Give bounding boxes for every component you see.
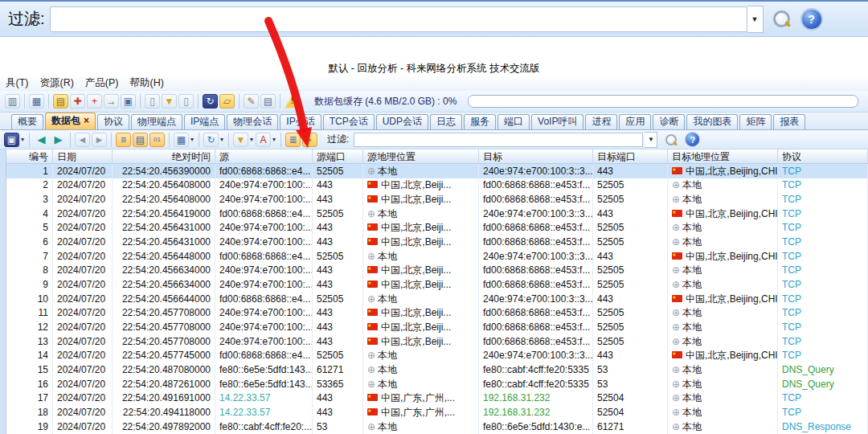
view-hex-icon[interactable]: 01 bbox=[149, 133, 165, 147]
tab-item[interactable]: 报表 bbox=[773, 114, 805, 129]
tab-item[interactable]: 端口 bbox=[497, 114, 530, 129]
new-page-icon[interactable]: ▯ bbox=[145, 94, 160, 108]
table-row[interactable]: 52024/07/2022:54:20.456431000240e:974:e7… bbox=[6, 221, 868, 235]
tree-view-icon[interactable]: ≣ bbox=[285, 133, 301, 147]
cell-abs-time: 22:54:20.456419000 bbox=[113, 207, 215, 221]
column-header[interactable]: 源端口 bbox=[313, 149, 363, 163]
tab-item[interactable]: 应用 bbox=[619, 114, 651, 129]
tab-item[interactable]: 进程 bbox=[585, 114, 617, 129]
monitor-icon[interactable]: ▥ bbox=[5, 94, 20, 108]
table-row[interactable]: 122024/07/2022:54:20.457708000240e:974:e… bbox=[6, 320, 868, 334]
add-file-icon[interactable]: + bbox=[87, 94, 102, 108]
table-row[interactable]: 32024/07/2022:54:20.456408000240e:974:e7… bbox=[6, 192, 868, 207]
tab-item[interactable]: TCP会话 bbox=[323, 114, 375, 129]
top-filter-dropdown-button[interactable]: ▼ bbox=[747, 6, 764, 33]
table-row[interactable]: 102024/07/2022:54:20.456644000fd00:6868:… bbox=[6, 292, 868, 306]
column-header[interactable]: 编号 bbox=[6, 149, 53, 163]
export-icon[interactable]: → bbox=[104, 94, 119, 108]
dual-window-icon[interactable]: ▣ bbox=[121, 94, 136, 108]
open-folder-icon[interactable]: ▱ bbox=[219, 94, 235, 108]
tab-item[interactable]: 物理端点 bbox=[131, 114, 182, 129]
table-row[interactable]: 182024/07/2022:54:20.49411800014.22.33.5… bbox=[6, 405, 868, 420]
tab-item[interactable]: 我的图表 bbox=[686, 114, 738, 129]
funnel-icon[interactable]: ▼ bbox=[162, 94, 177, 108]
packet-help-icon[interactable]: ? bbox=[685, 132, 700, 147]
table-row[interactable]: 112024/07/2022:54:20.457708000240e:974:e… bbox=[6, 306, 868, 321]
refresh-icon[interactable]: ↻ bbox=[203, 94, 218, 108]
globe-icon: ⊕ bbox=[672, 222, 680, 233]
sort-az-icon[interactable]: A bbox=[256, 133, 271, 147]
table-row[interactable]: 42024/07/2022:54:20.456419000fd00:6868:6… bbox=[6, 207, 868, 221]
tab-item[interactable]: UDP会话 bbox=[376, 114, 428, 129]
auto-refresh-icon[interactable]: ↻ bbox=[203, 133, 219, 147]
table-row[interactable]: 92024/07/2022:54:20.456634000240e:974:e7… bbox=[6, 277, 868, 292]
menu-item[interactable]: 产品(P) bbox=[80, 76, 125, 90]
table-row[interactable]: 132024/07/2022:54:20.457708000240e:974:e… bbox=[6, 334, 868, 349]
menu-item[interactable]: 资源(R) bbox=[34, 76, 79, 90]
packet-search-icon[interactable] bbox=[664, 133, 678, 147]
column-header[interactable]: 日期 bbox=[53, 149, 113, 163]
tab-item[interactable]: 诊断 bbox=[653, 114, 685, 129]
table-row[interactable]: 72024/07/2022:54:20.456448000fd00:6868:6… bbox=[6, 249, 868, 264]
table-row[interactable]: 22024/07/2022:54:20.456408000240e:974:e7… bbox=[6, 178, 868, 193]
tab-item[interactable]: 物理会话 bbox=[227, 114, 278, 129]
top-search-icon[interactable] bbox=[772, 9, 792, 30]
auto-refresh-dropdown-caret[interactable]: ▾ bbox=[220, 136, 223, 143]
tab-item[interactable]: 矩阵 bbox=[739, 114, 772, 129]
adapter-icon[interactable]: ▦ bbox=[29, 94, 44, 108]
bookmark-prev-icon[interactable]: ◄ bbox=[75, 133, 90, 147]
sort-az-dropdown-caret[interactable]: ▾ bbox=[272, 136, 276, 143]
lock-icon[interactable]: ▪ bbox=[302, 133, 317, 147]
tools-icon[interactable]: ✚ bbox=[70, 94, 85, 108]
tab-item[interactable]: 服务 bbox=[464, 114, 496, 129]
columns-icon[interactable]: ▦ bbox=[174, 133, 189, 147]
tab-item[interactable]: IP会话 bbox=[280, 114, 321, 129]
nav-back-icon[interactable]: ◀ bbox=[34, 133, 49, 147]
packet-filter-input[interactable] bbox=[354, 133, 643, 147]
column-header[interactable]: 目标 bbox=[479, 149, 593, 163]
tab-close-icon[interactable]: × bbox=[84, 115, 89, 126]
tab-item[interactable]: 日志 bbox=[430, 114, 462, 129]
menu-item[interactable]: 帮助(H) bbox=[125, 76, 170, 90]
table-row[interactable]: 82024/07/2022:54:20.456634000240e:974:e7… bbox=[6, 264, 868, 278]
column-header[interactable]: 源地理位置 bbox=[363, 149, 479, 163]
save-icon[interactable]: ▣ bbox=[4, 133, 19, 147]
table-row[interactable]: 162024/07/2022:54:20.487261000fe80::6e5e… bbox=[6, 377, 868, 391]
tab-item[interactable]: IP端点 bbox=[184, 114, 225, 129]
nav-forward-icon[interactable]: ▶ bbox=[51, 133, 66, 147]
table-row[interactable]: 12024/07/2022:54:20.456390000fd00:6868:6… bbox=[6, 164, 868, 178]
menu-item[interactable]: 具(T) bbox=[0, 76, 34, 90]
column-header[interactable]: 协议 bbox=[778, 149, 868, 163]
tab-packets-active[interactable]: 数据包× bbox=[45, 113, 96, 129]
columns-dropdown-caret[interactable]: ▾ bbox=[190, 136, 194, 143]
column-header[interactable]: 源 bbox=[215, 149, 313, 163]
edit-icon[interactable]: ✎ bbox=[244, 94, 259, 108]
top-filter-input[interactable] bbox=[50, 6, 747, 32]
tab-item[interactable]: VoIP呼叫 bbox=[531, 114, 583, 129]
tab-item[interactable]: 概要 bbox=[11, 114, 43, 129]
table-row[interactable]: 142024/07/2022:54:20.457745000fd00:6868:… bbox=[6, 349, 868, 363]
copy-icon[interactable]: ▤ bbox=[260, 94, 276, 108]
warning-icon[interactable]: ! bbox=[285, 94, 300, 108]
cell-source-port: 53365 bbox=[313, 377, 363, 391]
save-dropdown-caret[interactable]: ▾ bbox=[21, 136, 24, 143]
folder-key-icon[interactable]: ▤ bbox=[53, 94, 68, 108]
view-detail-icon[interactable]: ▤ bbox=[133, 133, 148, 147]
table-row[interactable]: 152024/07/2022:54:20.487080000fe80::6e5e… bbox=[6, 362, 868, 377]
tab-item[interactable]: 协议 bbox=[97, 114, 129, 129]
table-row[interactable]: 62024/07/2022:54:20.456431000240e:974:e7… bbox=[6, 235, 868, 249]
view-list-icon[interactable]: ≡ bbox=[116, 133, 131, 147]
table-row[interactable]: 192024/07/2022:54:20.497892000fe80::cabf… bbox=[6, 420, 868, 434]
page-icon[interactable]: ▯ bbox=[178, 94, 194, 108]
column-header[interactable]: 目标地理位置 bbox=[668, 149, 778, 163]
cell-destination-port: 52505 bbox=[593, 277, 668, 292]
bookmark-next-icon[interactable]: ► bbox=[92, 133, 107, 147]
column-header[interactable]: 绝对时间 bbox=[113, 149, 215, 163]
filter-funnel-icon[interactable]: ▼ bbox=[233, 133, 248, 147]
filter-funnel-dropdown-caret[interactable]: ▾ bbox=[250, 136, 253, 143]
packet-filter-dropdown-button[interactable]: ▼ bbox=[645, 132, 657, 148]
column-header[interactable]: 目标端口 bbox=[593, 149, 668, 163]
cell-destination: fd00:6868:6868::e453:f... bbox=[479, 320, 593, 334]
table-row[interactable]: 172024/07/2022:54:20.49169100014.22.33.5… bbox=[6, 391, 868, 406]
top-help-icon[interactable]: ? bbox=[800, 8, 823, 31]
